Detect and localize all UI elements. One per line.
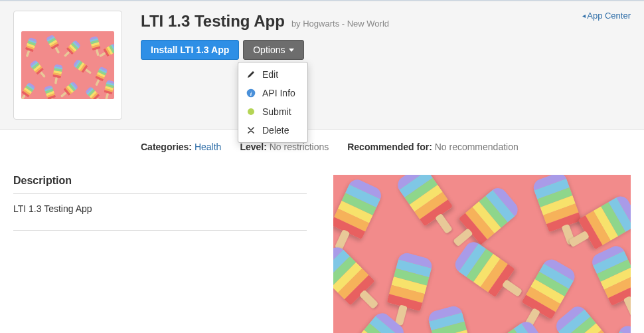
- recommended-value: No recommendation: [435, 142, 519, 152]
- app-title: LTI 1.3 Testing App: [141, 12, 285, 31]
- info-icon: i: [246, 88, 256, 98]
- dropdown-submit-label: Submit: [262, 106, 291, 117]
- dropdown-item-api-info[interactable]: i API Info: [238, 84, 307, 102]
- level-label: Level:: [240, 142, 266, 152]
- options-dropdown: Edit i API Info Submit: [238, 62, 308, 143]
- description-text: LTI 1.3 Testing App: [13, 203, 307, 231]
- dropdown-item-edit[interactable]: Edit: [238, 65, 307, 84]
- content-row: Description LTI 1.3 Testing App: [0, 175, 644, 333]
- dropdown-edit-label: Edit: [262, 69, 278, 80]
- chevron-left-icon: ◂: [582, 12, 586, 19]
- install-button-label: Install LTI 1.3 App: [151, 45, 229, 55]
- dropdown-item-submit[interactable]: Submit: [238, 102, 307, 121]
- description-heading: Description: [13, 175, 307, 194]
- app-byline: by Hogwarts - New World: [291, 19, 389, 29]
- thumbnail-image: [21, 31, 114, 99]
- dropdown-item-delete[interactable]: Delete: [238, 121, 307, 140]
- options-button-label: Options: [253, 45, 285, 55]
- recommended-label: Recommended for:: [347, 142, 432, 152]
- dot-icon: [246, 107, 256, 116]
- caret-down-icon: [289, 49, 294, 52]
- dropdown-apiinfo-label: API Info: [262, 88, 295, 98]
- pencil-icon: [246, 70, 256, 79]
- appcenter-link[interactable]: ◂ App Center: [582, 11, 631, 21]
- install-button[interactable]: Install LTI 1.3 App: [141, 40, 239, 60]
- categories-label: Categories:: [141, 142, 192, 152]
- description-column: Description LTI 1.3 Testing App: [13, 175, 307, 333]
- button-row: Install LTI 1.3 App Options Edit i API: [141, 40, 631, 60]
- dropdown-delete-label: Delete: [262, 125, 289, 136]
- level-value: No restrictions: [270, 142, 329, 152]
- app-thumbnail: [13, 11, 122, 120]
- appcenter-link-label: App Center: [587, 11, 631, 21]
- categories-link[interactable]: Health: [195, 142, 221, 152]
- header-main: LTI 1.3 Testing App by Hogwarts - New Wo…: [141, 9, 631, 60]
- close-icon: [246, 126, 256, 135]
- header-band: ◂ App Center LTI 1.3 Testing App by Hogw…: [0, 1, 644, 130]
- svg-point-2: [248, 108, 254, 115]
- options-button[interactable]: Options: [243, 40, 304, 60]
- screenshot-image: [333, 175, 631, 333]
- meta-row: Categories: Health Level: No restriction…: [0, 130, 644, 160]
